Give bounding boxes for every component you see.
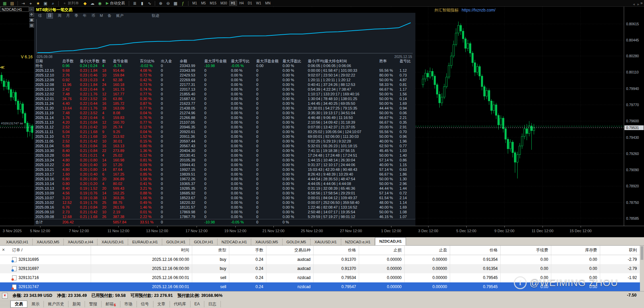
candles-icon[interactable]: ▮ — [139, 1, 145, 6]
chart-tab-xauusdm5[interactable]: XAUUSD,M5 — [33, 239, 64, 245]
close-terminal-icon[interactable]: ✕ — [1, 248, 5, 252]
time-tick: 3 Dec 12:00 — [418, 229, 438, 233]
plus-icon: ＋ — [63, 1, 66, 6]
time-tick: 11 Nov 12:00 — [108, 229, 129, 233]
terminal-tab-警报[interactable]: 警报 — [85, 301, 101, 307]
time-tick: 5 Dec 12:00 — [456, 229, 476, 233]
time-tick: 15 Dec 12:00 — [569, 229, 591, 233]
favorites-icon[interactable]: ★ — [35, 1, 41, 6]
chart-area[interactable]: NZDCAD,H1 − ✣ ▦ ▤ 外汇智能指标 https://fxznzb.… — [0, 7, 644, 226]
timeframe-m30-button[interactable]: M30 — [219, 1, 229, 6]
stats-tab-M[interactable]: M — [100, 13, 103, 18]
buy-order-icon — [12, 266, 17, 271]
time-axis[interactable]: 3 Nov 20255 Nov 12:007 Nov 12:0011 Nov 1… — [0, 226, 644, 238]
community-icon[interactable]: ◉ — [96, 1, 103, 6]
chart-tab-xauusdh1[interactable]: XAUUSD,H1 — [311, 239, 341, 245]
new-window-icon[interactable]: ▣ — [42, 1, 49, 6]
cloud-icon[interactable]: ☁ — [89, 1, 96, 6]
indicators-icon[interactable]: ƒ — [179, 1, 186, 6]
price-tick: 0.80615 — [626, 22, 639, 26]
stats-tab-综[interactable]: 综 — [38, 13, 42, 18]
timeframe-h1-button[interactable]: H1 — [229, 1, 237, 6]
orders-header-row[interactable]: 订单 /时间类型手数交易品种价格止损止盈价格手续费库存费获利 — [0, 246, 640, 255]
stats-tab-币[interactable]: 币 — [91, 13, 95, 18]
chart-tab-xauusdm5[interactable]: XAUUSD,M5 — [251, 239, 282, 245]
zoom-out-icon[interactable]: ⊖ — [165, 1, 171, 6]
timeframe-m1-button[interactable]: M1 — [191, 1, 199, 6]
stats-tab-周[interactable]: 周 — [58, 13, 61, 18]
terminal-tab-市场[interactable]: 市场 — [120, 301, 137, 307]
line-chart-icon[interactable]: ∿ — [146, 1, 153, 6]
chart-tab-nzdcadh1[interactable]: NZDCAD,H1 — [375, 237, 406, 245]
profiles-icon[interactable]: ▤ — [9, 1, 16, 6]
terminal-tab-代码库[interactable]: 代码库 — [170, 301, 191, 307]
new-chart-icon[interactable]: ▦ — [1, 1, 8, 6]
total-profit-value: -7.50 — [627, 293, 637, 298]
terminal-tab-文章[interactable]: 文章 — [153, 301, 170, 307]
terminal-tab-EA[interactable]: EA — [191, 301, 204, 307]
panel-print-icon[interactable]: ▤ — [29, 23, 34, 28]
stats-position-row: 持仓0.960.24 | 0.244-5.74-0.02 %023343.99-… — [34, 63, 415, 68]
crosshair-icon[interactable]: ＋ — [27, 1, 34, 6]
order-line-label: #329131747 se — [1, 121, 23, 125]
stats-tab-备[interactable]: 备 — [108, 13, 111, 18]
terminal-tab-日志[interactable]: 日志 — [204, 301, 221, 307]
price-tick: 0.78920 — [626, 184, 639, 188]
stats-day-row: 2025.11.115.040.21 | 1.6899.250.04 %0209… — [34, 129, 415, 134]
toolbar-separator — [18, 1, 18, 6]
timeframe-m15-button[interactable]: M15 — [208, 1, 218, 6]
chart-shift-icon[interactable]: ⇥ — [20, 1, 27, 6]
new-order-button[interactable]: ＋新列单 — [61, 1, 81, 6]
chart-tab-goldh1[interactable]: GOLD#,H1 — [162, 239, 190, 245]
terminal-tab-交易[interactable]: 交易 — [10, 301, 27, 308]
timeframe-mn-button[interactable]: MN — [264, 1, 272, 6]
stats-day-row: 2025.11.2013.640.22 | 1.7618163.090.77 %… — [34, 106, 415, 111]
chart-tab-xauusdeh4[interactable]: XAUUSD.e,H4 — [64, 239, 97, 245]
price-scale[interactable]: 0.806150.804450.802800.801100.799400.797… — [624, 7, 644, 226]
tab-scroll-arrows[interactable]: ◂▸ — [633, 2, 642, 6]
orders-scrollbar[interactable] — [640, 246, 644, 291]
chart-tab-euraudeh1[interactable]: EURAUD.e,H1 — [128, 239, 162, 245]
free-margin-value: 可用预付款: 23 276.91 — [130, 293, 173, 299]
order-row-329131695[interactable]: 3291316952025.12.16 06:00:00buy0.24audca… — [0, 255, 640, 264]
chart-tab-xauusdh1[interactable]: XAUUSD,H1 — [97, 239, 128, 245]
zoom-in-icon[interactable]: ⊕ — [157, 1, 164, 6]
stats-day-row: 2025.12.102.760.23 | 0.4610159.840.72 %0… — [34, 73, 415, 78]
search-icon[interactable]: ⌕ — [50, 1, 56, 6]
stats-tab-账户[interactable]: 账户 — [116, 13, 123, 18]
terminal-tab-新闻[interactable]: 新闻 — [68, 301, 85, 307]
stats-tab-年[interactable]: 年 — [83, 13, 87, 18]
stats-tab-日[interactable]: 日 — [47, 13, 53, 19]
chart-tab-goldm5[interactable]: GOLD#,M5 — [283, 239, 311, 245]
time-tick: 17 Nov 12:00 — [185, 229, 207, 233]
stats-tab-季[interactable]: 季 — [75, 13, 78, 18]
terminal-tab-信号[interactable]: 信号 — [137, 301, 153, 307]
expert-advisors-icon[interactable]: ◆ — [82, 1, 88, 6]
chart-tab-nzdcadeh1[interactable]: NZDCAD.e,H1 — [217, 239, 251, 245]
timeframe-m5-button[interactable]: M5 — [199, 1, 207, 6]
stats-tab-月[interactable]: 月 — [66, 13, 70, 18]
terminal-tab-账户历史[interactable]: 账户历史 — [44, 301, 68, 307]
tile-windows-icon[interactable]: ▦ — [172, 1, 179, 6]
chart-tab-nzdcadeh1[interactable]: NZDCAD.e,H1 — [341, 239, 375, 245]
stats-tab-轨迹[interactable]: 轨迹 — [152, 13, 159, 18]
panel-minimize-button[interactable]: − — [29, 7, 34, 11]
panel-move-icon[interactable]: ✣ — [29, 12, 34, 17]
chart-tab-xauusdh1[interactable]: XAUUSD,H1 — [2, 239, 33, 245]
ohlc-bars-icon[interactable]: ≣ — [131, 1, 138, 6]
stats-panel-title: MT4统计每一笔交易 — [34, 7, 415, 13]
chart-window-tabs: XAUUSD,H1XAUUSD,M5XAUUSD.e,H4XAUUSD,H1EU… — [0, 237, 644, 246]
timeframe-d1-button[interactable]: D1 — [246, 1, 254, 6]
panel-grid-icon[interactable]: ▦ — [29, 18, 34, 22]
terminal-tab-邮箱[interactable]: 邮箱6 — [101, 301, 120, 307]
terminal-tab-展示[interactable]: 展示 — [27, 301, 44, 307]
indicator-url-link[interactable]: https://fxznzb.com/ — [462, 8, 495, 12]
stats-day-row: 2025.10.244.800.20 | 0.8014160.980.81 %0… — [34, 158, 415, 162]
autotrading-button[interactable]: ▶自动交易 — [104, 1, 127, 6]
order-row-329131697[interactable]: 3291316972025.12.16 06:00:00buy0.24audca… — [0, 264, 640, 273]
chart-tab-goldh1[interactable]: GOLD#,H1 — [190, 239, 217, 245]
margin-level-value: 预付款比例: 39168.96% — [178, 293, 223, 299]
stats-total-row: 合计206.425857.8433.51 %0-10.98-0.05 %00 % — [34, 219, 415, 225]
timeframe-h4-button[interactable]: H4 — [238, 1, 245, 6]
timeframe-w1-button[interactable]: W1 — [255, 1, 263, 6]
